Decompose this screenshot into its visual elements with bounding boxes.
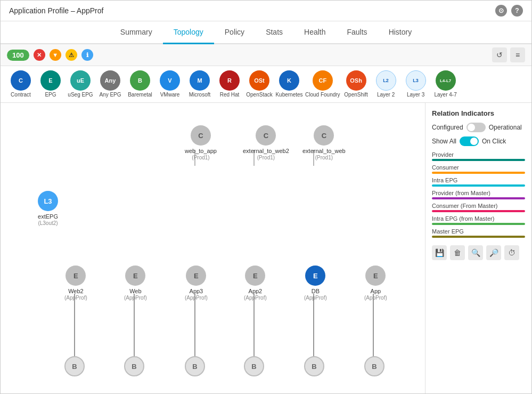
provider-label: Provider — [432, 151, 525, 158]
epg-node-db[interactable]: E DB (AppProf) — [304, 266, 327, 301]
show-all-label: Show All — [432, 138, 456, 145]
info-icon[interactable]: ℹ — [81, 49, 93, 61]
show-all-toggle[interactable] — [460, 136, 479, 146]
indicator-consumer: Consumer — [432, 164, 525, 174]
indicator-master-epg: Master EPG — [432, 228, 525, 238]
warning-icon[interactable]: ▼ — [50, 49, 61, 61]
zoom-in-icon[interactable]: 🔍 — [468, 245, 483, 260]
consumer-master-bar — [432, 210, 525, 212]
bottom-circle-db: B — [304, 356, 324, 376]
help-icon[interactable]: ? — [511, 5, 523, 17]
epg-type-layer47[interactable]: L4-L7 Layer 4-7 — [432, 70, 460, 98]
indicator-consumer-master: Consumer (From Master) — [432, 203, 525, 212]
epg-type-epg[interactable]: E EPG — [37, 70, 64, 98]
epg-type-kubernetes[interactable]: K Kubernetes — [275, 70, 303, 98]
configured-toggle[interactable] — [466, 123, 486, 132]
tab-faults[interactable]: Faults — [337, 21, 378, 44]
epg-type-cloudfoundry[interactable]: CF Cloud Foundry — [305, 70, 340, 98]
indicator-intra-epg-master: Intra EPG (from Master) — [432, 215, 525, 225]
layer2-circle: L2 — [376, 70, 396, 91]
epg-sublabel-app2: (AppProf) — [244, 295, 267, 301]
configured-label: Configured — [432, 124, 463, 131]
epg-node-web2[interactable]: E Web2 (AppProf) — [64, 266, 87, 301]
epg-type-microsoft[interactable]: M Microsoft — [186, 70, 214, 98]
vmware-circle: V — [160, 70, 180, 91]
epg-type-any[interactable]: Any Any EPG — [96, 70, 124, 98]
bottom-node-app3: B — [185, 356, 205, 376]
baremetal-label: Baremetal — [128, 92, 152, 98]
tab-summary[interactable]: Summary — [110, 21, 163, 44]
tab-policy[interactable]: Policy — [214, 21, 255, 44]
epg-circle-app: E — [365, 266, 386, 286]
epg-sublabel-app3: (AppProf) — [185, 295, 208, 301]
epg-circle-app2: E — [245, 266, 265, 286]
epg-node-app3[interactable]: E App3 (AppProf) — [185, 266, 208, 301]
layer47-label: Layer 4-7 — [434, 92, 456, 98]
intra-epg-label: Intra EPG — [432, 177, 525, 183]
bottom-circle-web: B — [124, 356, 144, 376]
topology-canvas[interactable]: C web_to_app (Prod1) C external_to_web2 … — [1, 103, 425, 393]
epg-circle: E — [40, 70, 61, 91]
baremetal-circle: B — [130, 70, 150, 91]
history-icon[interactable]: ⏱ — [504, 245, 519, 260]
save-icon[interactable]: 💾 — [432, 245, 447, 260]
epg-type-baremetal[interactable]: B Baremetal — [126, 70, 154, 98]
master-epg-label: Master EPG — [432, 228, 525, 235]
contract-node-external-to-web[interactable]: C external_to_web (Prod1) — [302, 125, 346, 160]
bottom-circle-web2: B — [64, 356, 85, 376]
operational-label: Operational — [489, 124, 522, 131]
epg-type-openstack[interactable]: OSt OpenStack — [245, 70, 273, 98]
right-panel: Relation Indicators Configured Operation… — [425, 103, 531, 393]
menu-icon[interactable]: ≡ — [510, 47, 525, 62]
tab-topology[interactable]: Topology — [163, 21, 214, 44]
epg-type-contract[interactable]: C Contract — [7, 70, 35, 98]
epg-type-redhat[interactable]: R Red Hat — [216, 70, 243, 98]
contract-label: Contract — [11, 92, 31, 98]
l3-external-epg-node[interactable]: L3 extEPG (L3out2) — [38, 191, 58, 226]
bookmark-icon[interactable]: ⊙ — [495, 5, 507, 17]
any-circle: Any — [100, 70, 120, 91]
alert-icon[interactable]: ⚠ — [66, 49, 77, 61]
openstack-label: OpenStack — [246, 92, 272, 98]
kubernetes-label: Kubernetes — [275, 92, 302, 98]
epg-label-app2: App2 — [249, 287, 263, 295]
tab-stats[interactable]: Stats — [255, 21, 293, 44]
epg-label: EPG — [45, 92, 56, 98]
title-bar: Application Profile – AppProf ⊙ ? — [1, 1, 531, 21]
delete-icon[interactable]: 🗑 — [450, 245, 465, 260]
openstack-circle: OSt — [249, 70, 269, 91]
panel-title: Relation Indicators — [432, 109, 525, 117]
bottom-circle-app: B — [364, 356, 384, 376]
indicator-provider-master: Provider (from Master) — [432, 190, 525, 199]
intra-epg-master-bar — [432, 223, 525, 225]
epg-node-web[interactable]: E Web (AppProf) — [124, 266, 147, 301]
contract-sublabel-external-to-web: (Prod1) — [315, 155, 333, 160]
on-click-label: On Click — [482, 138, 506, 145]
contract-sublabel-web-to-app: (Prod1) — [192, 155, 209, 160]
indicator-intra-epg: Intra EPG — [432, 177, 525, 187]
epg-label-app3: App3 — [190, 287, 203, 295]
indicators-list: Provider Consumer Intra EPG Provider (fr… — [432, 151, 525, 238]
epg-node-app[interactable]: E App (AppProf) — [364, 266, 387, 301]
title-icons: ⊙ ? — [495, 5, 523, 17]
error-icon[interactable]: ✕ — [34, 49, 45, 61]
bottom-node-db: B — [304, 356, 324, 376]
l3-sublabel: (L3out2) — [38, 220, 58, 226]
bottom-node-web2: B — [64, 356, 85, 376]
layer2-label: Layer 2 — [377, 92, 395, 98]
epg-type-layer2[interactable]: L2 Layer 2 — [372, 70, 400, 98]
tab-health[interactable]: Health — [293, 21, 336, 44]
epg-label-db: DB — [312, 287, 320, 295]
tab-history[interactable]: History — [378, 21, 423, 44]
zoom-out-icon[interactable]: 🔎 — [486, 245, 501, 260]
refresh-icon[interactable]: ↺ — [492, 47, 507, 62]
contract-node-external-to-web2[interactable]: C external_to_web2 (Prod1) — [243, 125, 289, 160]
contract-node-web-to-app[interactable]: C web_to_app (Prod1) — [185, 125, 217, 160]
epg-type-useg[interactable]: uE uSeg EPG — [67, 70, 94, 98]
app-window: Application Profile – AppProf ⊙ ? Summar… — [0, 0, 532, 394]
epg-type-vmware[interactable]: V VMware — [156, 70, 184, 98]
epg-sublabel-web: (AppProf) — [124, 295, 147, 301]
epg-type-openshift[interactable]: OSh OpenShift — [342, 70, 370, 98]
epg-node-app2[interactable]: E App2 (AppProf) — [244, 266, 267, 301]
epg-type-layer3[interactable]: L3 Layer 3 — [402, 70, 430, 98]
